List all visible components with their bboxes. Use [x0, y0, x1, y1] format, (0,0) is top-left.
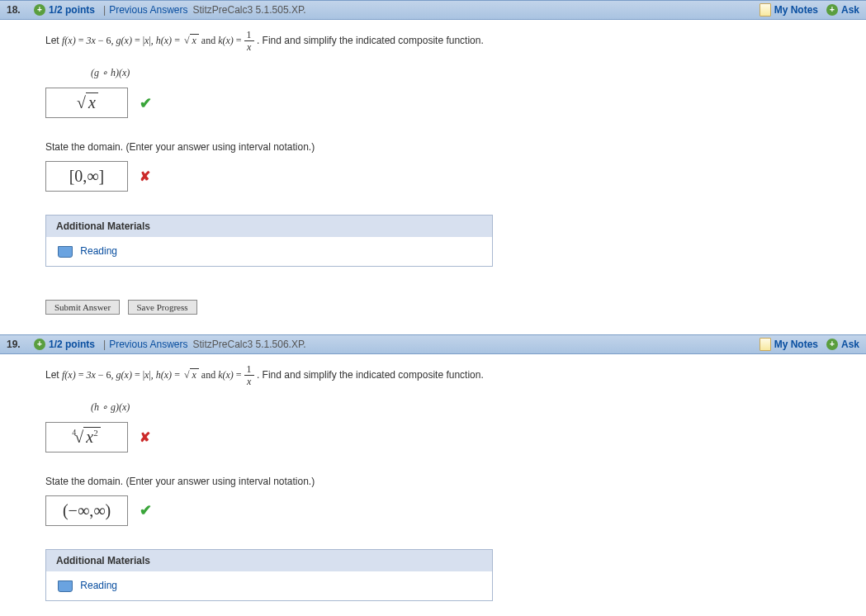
additional-materials-header: Additional Materials [46, 550, 492, 571]
ask-link[interactable]: Ask [841, 339, 859, 350]
domain-prompt: State the domain. (Enter your answer usi… [45, 476, 866, 487]
points-link[interactable]: 1/2 points [49, 4, 95, 16]
check-icon: ✔ [140, 501, 152, 519]
fraction: 1x [244, 364, 254, 386]
previous-answers-link[interactable]: Previous Answers [109, 4, 187, 16]
reading-link[interactable]: Reading [80, 245, 117, 257]
prompt-post: . Find and simplify the indicated compos… [257, 369, 484, 381]
sub-question: (g ∘ h)(x) [91, 67, 866, 79]
reading-link[interactable]: Reading [80, 580, 117, 591]
question-header: 18. + 1/2 points | Previous Answers Stit… [0, 0, 866, 20]
answer-input[interactable]: (−∞,∞) [45, 495, 128, 526]
plus-icon[interactable]: + [34, 4, 45, 16]
check-icon: ✔ [140, 94, 152, 112]
answer-row: [0,∞] ✘ [45, 161, 866, 192]
math-defs: f(x) = 3x − 6, g(x) = |x|, h(x) = x and … [62, 369, 244, 381]
prompt-post: . Find and simplify the indicated compos… [257, 35, 484, 46]
separator: | [103, 339, 106, 350]
answer-value: (−∞,∞) [63, 501, 111, 520]
fraction: 1x [244, 30, 254, 52]
question-ref: StitzPreCalc3 5.1.506.XP. [193, 339, 306, 350]
question-body: Let f(x) = 3x − 6, g(x) = |x|, h(x) = x … [0, 20, 866, 334]
answer-value: [0,∞] [69, 167, 105, 186]
additional-materials: Additional Materials Reading [45, 215, 493, 267]
question-prompt: Let f(x) = 3x − 6, g(x) = |x|, h(x) = x … [45, 364, 866, 386]
answer-input[interactable]: [0,∞] [45, 161, 128, 192]
additional-materials: Additional Materials Reading [45, 549, 493, 601]
separator: | [103, 4, 106, 16]
plus-icon[interactable]: + [826, 339, 838, 350]
question-body: Let f(x) = 3x − 6, g(x) = |x|, h(x) = x … [0, 354, 866, 616]
question-ref: StitzPreCalc3 5.1.505.XP. [193, 4, 306, 16]
answer-row: 4x2 ✘ [45, 422, 866, 453]
my-notes-link[interactable]: My Notes [774, 4, 818, 16]
question-number: 18. [7, 4, 27, 16]
question-header: 19. + 1/2 points | Previous Answers Stit… [0, 334, 866, 354]
submit-answer-button[interactable]: Submit Answer [45, 300, 120, 315]
book-icon [58, 580, 73, 592]
ask-link[interactable]: Ask [841, 4, 859, 16]
sub-question: (h ∘ g)(x) [91, 401, 866, 414]
book-icon [58, 246, 73, 258]
additional-materials-header: Additional Materials [46, 216, 492, 237]
prompt-pre: Let [45, 369, 62, 381]
question-number: 19. [7, 339, 27, 350]
plus-icon[interactable]: + [34, 339, 45, 350]
question-prompt: Let f(x) = 3x − 6, g(x) = |x|, h(x) = x … [45, 30, 866, 52]
prompt-pre: Let [45, 35, 62, 46]
button-row: Submit Answer Save Progress [45, 300, 866, 315]
domain-prompt: State the domain. (Enter your answer usi… [45, 141, 866, 153]
save-progress-button[interactable]: Save Progress [128, 300, 197, 315]
answer-row: x ✔ [45, 88, 866, 118]
answer-input[interactable]: 4x2 [45, 422, 128, 453]
math-defs: f(x) = 3x − 6, g(x) = |x|, h(x) = x and … [62, 35, 244, 46]
answer-input[interactable]: x [45, 88, 128, 118]
answer-row: (−∞,∞) ✔ [45, 495, 866, 526]
points-link[interactable]: 1/2 points [49, 339, 95, 350]
cross-icon: ✘ [140, 429, 150, 445]
plus-icon[interactable]: + [826, 4, 838, 16]
note-icon [760, 3, 771, 17]
cross-icon: ✘ [140, 168, 150, 184]
previous-answers-link[interactable]: Previous Answers [109, 339, 187, 350]
my-notes-link[interactable]: My Notes [774, 339, 818, 350]
note-icon [760, 338, 771, 351]
